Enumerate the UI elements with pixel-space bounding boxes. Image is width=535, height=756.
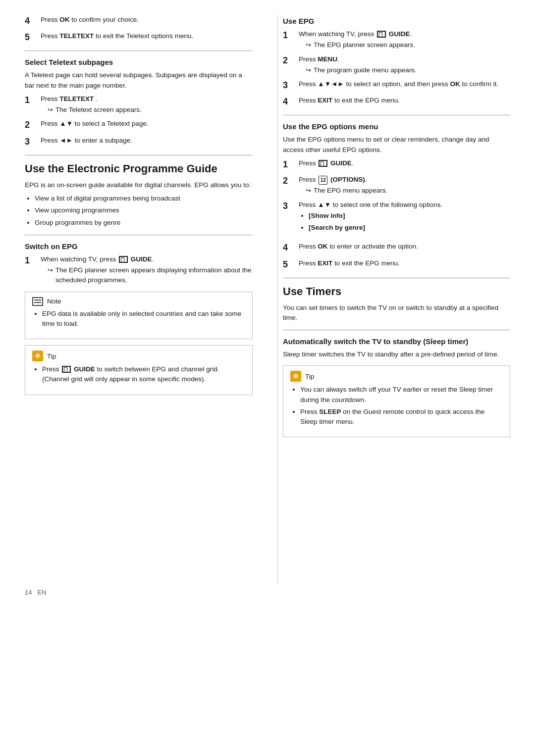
epg-opt-step-2: 2 Press 12 (OPTIONS). ↪ The EPG menu app… — [283, 175, 510, 196]
switch-epg-title: Switch on EPG — [25, 242, 253, 251]
epg-opt-step-1-content: Press GUIDE. — [299, 158, 510, 169]
use-epg-step-3-num: 3 — [283, 79, 296, 92]
epg-opt-step-3-bullets: [Show info] [Search by genre] — [309, 211, 510, 233]
subpages-step-1-arrow-text: The Teletext screen appears. — [55, 105, 142, 115]
page-footer: 14 EN — [25, 584, 510, 736]
subpages-step-3: 3 Press ◄► to enter a subpage. — [25, 136, 253, 148]
use-epg-step-2-content: Press MENU. ↪ The program guide menu app… — [299, 54, 510, 76]
tip-bullets-left: Press GUIDE to switch between EPG and ch… — [42, 364, 245, 385]
epg-options-title: Use the EPG options menu — [283, 122, 510, 131]
epg-opt-step-1-text: Press GUIDE. — [299, 158, 510, 168]
switch-epg-arrow-text: The EPG planner screen appears displayin… — [55, 265, 253, 286]
subpages-step-2: 2 Press ▲▼ to select a Teletext page. — [25, 119, 253, 131]
subpages-step-1-content: Press TELETEXT . ↪ The Teletext screen a… — [41, 94, 253, 115]
use-epg-step-2-arrow: ↪ The program guide menu appears. — [306, 65, 510, 75]
tip-header-left: ✳ Tip — [32, 351, 245, 361]
epg-opt-step-2-text: Press 12 (OPTIONS). — [299, 175, 510, 185]
use-epg-step-2-text: Press MENU. — [299, 54, 510, 64]
guide-icon — [119, 256, 128, 263]
epg-bullets: View a list of digital programmes being … — [35, 194, 253, 228]
tip-bullet-left-1: Press GUIDE to switch between EPG and ch… — [42, 364, 245, 385]
subpages-step-3-text: Press ◄► to enter a subpage. — [41, 136, 253, 146]
note-bullet-1: EPG data is available only in selected c… — [42, 309, 245, 329]
tip-bullet-right-1: You can always switch off your TV earlie… — [300, 385, 503, 405]
use-epg-step-2: 2 Press MENU. ↪ The program guide menu a… — [283, 54, 510, 76]
arrow-symbol: ↪ — [48, 105, 53, 115]
epg-opt-step-1-num: 1 — [283, 158, 296, 171]
step-4-number: 4 — [25, 15, 38, 27]
subpages-step-1-arrow: ↪ The Teletext screen appears. — [48, 105, 253, 115]
epg-opt-step-2-content: Press 12 (OPTIONS). ↪ The EPG menu appea… — [299, 175, 510, 196]
page-lang: EN — [37, 589, 46, 596]
switch-epg-step-1-text: When watching TV, press GUIDE. — [41, 254, 253, 264]
use-epg-title: Use EPG — [283, 17, 510, 25]
epg-opt-step-4: 4 Press OK to enter or activate the opti… — [283, 242, 510, 254]
switch-epg-arrow: ↪ The EPG planner screen appears display… — [48, 265, 253, 286]
subpages-step-2-text: Press ▲▼ to select a Teletext page. — [41, 119, 253, 129]
use-epg-step-1-content: When watching TV, press GUIDE. ↪ The EPG… — [299, 29, 510, 50]
switch-epg-step-1-num: 1 — [25, 254, 38, 267]
use-epg-step-2-num: 2 — [283, 54, 296, 67]
use-timers-title: Use Timers — [283, 285, 510, 298]
epg-opt-step-5: 5 Press EXIT to exit the EPG menu. — [283, 258, 510, 271]
step-5-content: Press TELETEXT to exit the Teletext opti… — [41, 31, 253, 42]
auto-standby-title: Automatically switch the TV to standby (… — [283, 337, 510, 346]
select-subpages-title: Select Teletext subpages — [25, 58, 253, 66]
right-column: Use EPG 1 When watching TV, press GUIDE.… — [277, 15, 510, 584]
divider-2 — [25, 155, 253, 155]
epg-opt-step-1: 1 Press GUIDE. — [283, 158, 510, 171]
use-epg-step-1-text: When watching TV, press GUIDE. — [299, 29, 510, 39]
note-box: Note EPG data is available only in selec… — [25, 292, 253, 340]
arrow-sym-r2: ↪ — [306, 65, 311, 75]
divider-r3 — [283, 330, 510, 330]
note-header: Note — [32, 297, 245, 306]
use-epg-step-3-text: Press ▲▼◄► to select an option, and then… — [299, 79, 510, 89]
switch-epg-step-1-content: When watching TV, press GUIDE. ↪ The EPG… — [41, 254, 253, 286]
step-4: 4 Press OK to confirm your choice. — [25, 15, 253, 27]
use-epg-step-1: 1 When watching TV, press GUIDE. ↪ The E… — [283, 29, 510, 50]
subpages-step-2-content: Press ▲▼ to select a Teletext page. — [41, 119, 253, 130]
left-column: 4 Press OK to confirm your choice. 5 Pre… — [25, 15, 258, 584]
note-label: Note — [47, 298, 61, 305]
epg-opt-bullet-2: [Search by genre] — [309, 223, 510, 233]
epg-options-intro: Use the EPG options menu to set or clear… — [283, 135, 510, 155]
use-epg-step-1-num: 1 — [283, 29, 296, 42]
epg-bullet-3: Group programmes by genre — [35, 218, 253, 228]
subpages-step-2-num: 2 — [25, 119, 38, 131]
tip-icon-right: ✳ — [290, 371, 301, 382]
divider-1 — [25, 50, 253, 51]
epg-intro: EPG is an on-screen guide available for … — [25, 180, 253, 190]
subpages-step-3-content: Press ◄► to enter a subpage. — [41, 136, 253, 147]
divider-r2 — [283, 278, 510, 278]
epg-opt-step-3-num: 3 — [283, 200, 296, 212]
epg-opt-step-4-num: 4 — [283, 242, 296, 254]
subpages-step-3-num: 3 — [25, 136, 38, 148]
epg-opt-step-2-arrow-text: The EPG menu appears. — [314, 186, 387, 196]
tip-box-right: ✳ Tip You can always switch off your TV … — [283, 365, 510, 437]
divider-3 — [25, 235, 253, 235]
subpages-step-1-num: 1 — [25, 94, 38, 106]
use-epg-step-4: 4 Press EXIT to exit the EPG menu. — [283, 96, 510, 108]
tip-header-right: ✳ Tip — [290, 371, 503, 382]
epg-bullet-2: View upcoming programmes — [35, 205, 253, 215]
divider-r1 — [283, 115, 510, 115]
subpages-step-1-text: Press TELETEXT . — [41, 94, 253, 104]
auto-standby-intro: Sleep timer switches the TV to standby a… — [283, 350, 510, 359]
epg-opt-step-4-content: Press OK to enter or activate the option… — [299, 242, 510, 252]
step-5-number: 5 — [25, 31, 38, 44]
note-bullets: EPG data is available only in selected c… — [42, 309, 245, 329]
page-number: 14 — [25, 589, 32, 596]
subpages-step-1: 1 Press TELETEXT . ↪ The Teletext screen… — [25, 94, 253, 115]
use-epg-step-4-content: Press EXIT to exit the EPG menu. — [299, 96, 510, 106]
use-timers-intro: You can set timers to switch the TV on o… — [283, 303, 510, 323]
select-subpages-intro: A Teletext page can hold several subpage… — [25, 70, 253, 91]
use-epg-step-2-arrow-text: The program guide menu appears. — [314, 65, 417, 75]
epg-opt-step-3-text: Press ▲▼ to select one of the following … — [299, 200, 510, 210]
arrow-sym-opt2: ↪ — [306, 186, 311, 196]
arrow-sym-2: ↪ — [48, 265, 53, 275]
step-5: 5 Press TELETEXT to exit the Teletext op… — [25, 31, 253, 44]
use-epg-step-4-num: 4 — [283, 96, 296, 108]
tip-bullets-right: You can always switch off your TV earlie… — [300, 385, 503, 427]
epg-opt-step-5-text: Press EXIT to exit the EPG menu. — [299, 258, 510, 268]
epg-opt-step-5-num: 5 — [283, 258, 296, 271]
